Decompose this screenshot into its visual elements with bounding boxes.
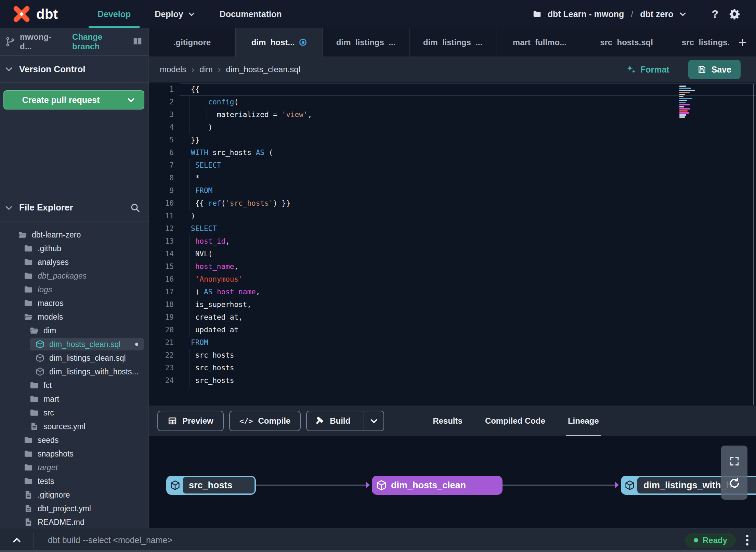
code-line-7[interactable]: 7 SELECT [149, 159, 756, 172]
tab-dim-listings-[interactable]: dim_listings_... [323, 28, 409, 56]
compile-button[interactable]: </> Compile [229, 411, 301, 431]
change-branch-link[interactable]: Change branch [72, 32, 132, 51]
code-token: 'Anonymous' [195, 275, 243, 283]
editor-minimap[interactable] [679, 86, 699, 118]
code-line-24[interactable]: 24 src_hosts [149, 374, 756, 387]
kebab-menu-icon[interactable] [746, 535, 748, 545]
tree-item-mart[interactable]: mart [0, 392, 148, 406]
code-line-16[interactable]: 16 'Anonymous' [149, 273, 756, 286]
tab-results[interactable]: Results [421, 406, 474, 436]
code-line-15[interactable]: 15 host_name, [149, 260, 756, 273]
preview-grid-icon [168, 416, 177, 426]
tree-item-dim[interactable]: dim [0, 324, 148, 337]
tree-item-dim-listings-clean-sql[interactable]: dim_listings_clean.sql [0, 351, 148, 365]
tree-item-tests[interactable]: tests [0, 474, 148, 488]
nav-item-develop[interactable]: Develop [89, 0, 140, 28]
code-editor[interactable]: 1{{2 config(3 materialized = 'view',4 )5… [149, 82, 756, 406]
tree-item-macros[interactable]: macros [0, 296, 148, 310]
lineage-node-src-hosts[interactable]: src_hosts [166, 476, 256, 495]
code-line-18[interactable]: 18 is_superhost, [149, 298, 756, 311]
tab-src-hosts-sql[interactable]: src_hosts.sql [583, 28, 670, 56]
code-line-20[interactable]: 20 updated_at [149, 324, 756, 336]
bottom-scroll-strip[interactable] [0, 550, 756, 552]
tree-item--gitignore[interactable]: .gitignore [0, 488, 148, 502]
chevron-up-icon[interactable] [0, 532, 34, 548]
create-pull-request-button[interactable]: Create pull request [3, 90, 144, 110]
code-line-21[interactable]: 21FROM [149, 336, 756, 349]
tab-dim-listings-[interactable]: dim_listings_... [409, 28, 496, 56]
code-line-4[interactable]: 4 ) [149, 121, 756, 134]
format-button[interactable]: Format [626, 64, 669, 75]
breadcrumb-segment[interactable]: dim [199, 65, 213, 74]
pr-dropdown-caret[interactable] [118, 91, 144, 109]
gear-icon[interactable] [729, 8, 740, 20]
code-line-11[interactable]: 11) [149, 210, 756, 222]
minimap-row [679, 106, 684, 107]
nav-item-deploy[interactable]: Deploy [146, 0, 204, 28]
tree-item-analyses[interactable]: analyses [0, 255, 148, 269]
fullscreen-icon[interactable] [729, 456, 740, 467]
tree-item-dim-listings-with-hosts-[interactable]: dim_listings_with_hosts... [0, 365, 148, 378]
breadcrumb-segment[interactable]: dim_hosts_clean.sql [226, 65, 300, 74]
tab-mart-fullmo-[interactable]: mart_fullmo... [496, 28, 583, 56]
tree-item--github[interactable]: .github [0, 242, 148, 255]
code-line-2[interactable]: 2 config( [149, 96, 756, 108]
project-name[interactable]: dbt zero [640, 9, 673, 19]
dbt-logo[interactable]: dbt [12, 5, 72, 23]
code-line-19[interactable]: 19 created_at, [149, 311, 756, 324]
tree-item-snapshots[interactable]: snapshots [0, 447, 148, 461]
refresh-icon[interactable] [728, 477, 741, 489]
tree-item-seeds[interactable]: seeds [0, 433, 148, 447]
lineage-node-dim-hosts-clean[interactable]: dim_hosts_clean [372, 476, 503, 495]
file-explorer-header[interactable]: File Explorer [0, 194, 148, 221]
help-icon[interactable]: ? [712, 8, 718, 21]
lineage-panel[interactable]: src_hostsdim_hosts_cleandim_listings_wit… [149, 436, 756, 528]
tree-item-readme-md[interactable]: README.md [0, 515, 148, 528]
code-line-12[interactable]: 12SELECT [149, 222, 756, 235]
code-line-9[interactable]: 9 FROM [149, 184, 756, 197]
code-line-3[interactable]: 3 materialized = 'view', [149, 108, 756, 121]
minimap-row [679, 94, 685, 95]
book-icon[interactable] [132, 37, 143, 47]
version-control-header[interactable]: Version Control [0, 56, 148, 83]
code-line-13[interactable]: 13 host_id, [149, 235, 756, 248]
tab-compiled-code[interactable]: Compiled Code [474, 406, 557, 436]
breadcrumb-segment[interactable]: models [160, 65, 186, 74]
build-button[interactable]: Build [306, 411, 384, 431]
preview-button[interactable]: Preview [157, 411, 224, 431]
main-nav: DevelopDeployDocumentation [89, 0, 291, 28]
search-icon[interactable] [130, 203, 140, 213]
account-name[interactable]: dbt Learn - mwong [548, 9, 624, 19]
editor-scrollbar[interactable] [753, 84, 754, 405]
build-dropdown-caret[interactable] [364, 411, 383, 431]
tab-lineage[interactable]: Lineage [557, 406, 610, 436]
format-label: Format [640, 65, 669, 75]
code-line-22[interactable]: 22 src_hosts [149, 349, 756, 362]
code-line-10[interactable]: 10 {{ ref('src_hosts') }} [149, 197, 756, 210]
tab-src-listings-[interactable]: src_listings. [670, 28, 729, 56]
tab-dim-host-[interactable]: dim_host... [236, 28, 323, 56]
tree-item-target[interactable]: target [0, 461, 148, 474]
command-input[interactable]: dbt build --select <model_name> [48, 535, 685, 545]
code-line-14[interactable]: 14 NVL( [149, 248, 756, 260]
code-line-23[interactable]: 23 src_hosts [149, 362, 756, 374]
tree-item-models[interactable]: models [0, 310, 148, 324]
code-line-5[interactable]: 5}} [149, 134, 756, 146]
tree-item-src[interactable]: src [0, 406, 148, 420]
tree-item-fct[interactable]: fct [0, 378, 148, 392]
tree-item-dim-hosts-clean-sql[interactable]: dim_hosts_clean.sql [0, 337, 148, 351]
tree-item-dbt-learn-zero[interactable]: dbt-learn-zero [0, 228, 148, 242]
nav-item-documentation[interactable]: Documentation [211, 0, 291, 28]
code-line-6[interactable]: 6WITH src_hosts AS ( [149, 146, 756, 159]
code-line-1[interactable]: 1{{ [149, 83, 756, 96]
tree-item-dbt-project-yml[interactable]: dbt_project.yml [0, 502, 148, 515]
tree-item-logs[interactable]: logs [0, 283, 148, 296]
code-line-17[interactable]: 17 ) AS host_name, [149, 286, 756, 298]
tree-item-dbt-packages[interactable]: dbt_packages [0, 269, 148, 283]
code-line-8[interactable]: 8 * [149, 172, 756, 184]
tab--gitignore[interactable]: .gitignore [149, 28, 236, 56]
save-button[interactable]: Save [688, 60, 741, 79]
new-tab-button[interactable]: + [729, 28, 756, 56]
chevron-down-icon[interactable] [679, 10, 687, 18]
tree-item-sources-yml[interactable]: sources.yml [0, 420, 148, 433]
